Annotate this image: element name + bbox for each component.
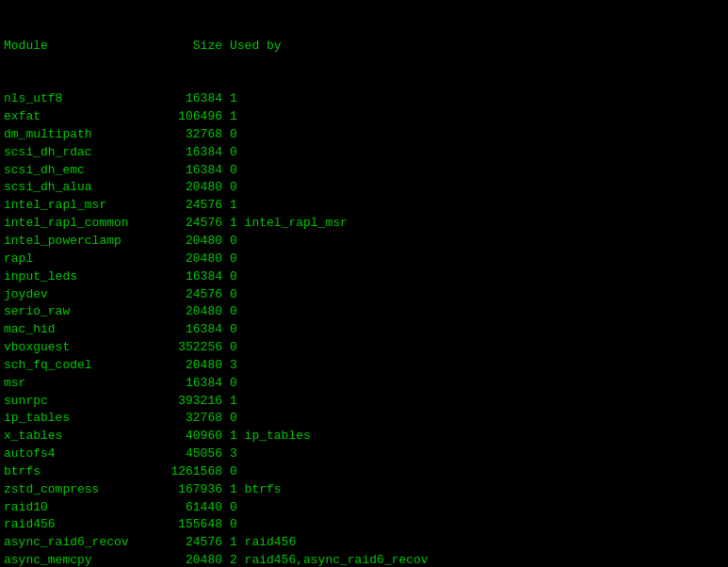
table-row: msr163840 (4, 375, 724, 393)
module-name: x_tables (4, 428, 154, 446)
module-name: input_leds (4, 268, 154, 286)
module-usedby: 1 (230, 108, 237, 126)
table-row: scsi_dh_rdac163840 (4, 144, 724, 162)
table-row: exfat1064961 (4, 108, 724, 126)
module-name: scsi_dh_emc (4, 162, 154, 180)
module-name: async_memcpy (4, 552, 154, 567)
table-row: x_tables409601 ip_tables (4, 428, 724, 446)
module-usedby: 0 (230, 179, 237, 197)
module-usedby: 0 (230, 499, 237, 517)
table-row: mac_hid163840 (4, 321, 724, 339)
module-size: 393216 (154, 393, 230, 411)
module-usedby: 1 intel_rapl_msr (230, 215, 348, 233)
table-row: input_leds163840 (4, 268, 724, 286)
module-size: 16384 (154, 268, 230, 286)
module-size: 16384 (154, 162, 230, 180)
module-name: raid10 (4, 499, 154, 517)
module-usedby: 0 (230, 463, 237, 481)
module-name: autofs4 (4, 446, 154, 463)
module-usedby: 1 raid456 (230, 534, 296, 552)
table-row: scsi_dh_emc163840 (4, 162, 724, 180)
module-size: 16384 (154, 90, 230, 108)
table-row: async_raid6_recov245761 raid456 (4, 534, 724, 552)
header-row: ModuleSizeUsed by (4, 38, 724, 56)
module-usedby: 2 raid456,async_raid6_recov (230, 552, 429, 567)
module-size: 24576 (154, 534, 230, 552)
module-name: intel_powerclamp (4, 233, 154, 251)
module-usedby: 1 ip_tables (230, 428, 311, 446)
module-usedby: 0 (230, 268, 237, 286)
module-name: exfat (4, 108, 154, 126)
module-name: scsi_dh_alua (4, 179, 154, 197)
module-name: serio_raw (4, 303, 154, 321)
module-usedby: 0 (230, 144, 237, 162)
module-name: intel_rapl_msr (4, 197, 154, 215)
module-size: 20480 (154, 179, 230, 197)
module-usedby: 0 (230, 233, 237, 251)
table-row: raid4561556480 (4, 516, 724, 534)
module-usedby: 1 (230, 197, 237, 215)
module-name: sunrpc (4, 393, 154, 411)
header-size: Size (154, 38, 230, 56)
module-usedby: 1 (230, 90, 237, 108)
module-size: 24576 (154, 286, 230, 304)
table-row: joydev245760 (4, 286, 724, 304)
module-name: msr (4, 375, 154, 393)
module-size: 352256 (154, 339, 230, 357)
module-size: 106496 (154, 108, 230, 126)
module-name: vboxguest (4, 339, 154, 357)
table-row: zstd_compress1679361 btrfs (4, 481, 724, 499)
module-size: 20480 (154, 233, 230, 251)
module-usedby: 0 (230, 162, 237, 180)
table-row: rapl204800 (4, 251, 724, 268)
module-size: 16384 (154, 321, 230, 339)
module-usedby: 0 (230, 321, 237, 339)
module-name: raid456 (4, 516, 154, 534)
table-row: dm_multipath327680 (4, 126, 724, 144)
module-usedby: 0 (230, 516, 237, 534)
table-row: async_memcpy204802 raid456,async_raid6_r… (4, 552, 724, 567)
header-module: Module (4, 38, 154, 56)
module-size: 24576 (154, 197, 230, 215)
module-usedby: 3 (230, 446, 237, 463)
module-usedby: 0 (230, 286, 237, 304)
table-row: nls_utf8163841 (4, 90, 724, 108)
module-name: joydev (4, 286, 154, 304)
table-row: intel_powerclamp204800 (4, 233, 724, 251)
module-size: 20480 (154, 552, 230, 567)
table-row: btrfs12615680 (4, 463, 724, 481)
module-name: async_raid6_recov (4, 534, 154, 552)
module-usedby: 0 (230, 375, 237, 393)
module-size: 20480 (154, 357, 230, 375)
module-size: 40960 (154, 428, 230, 446)
module-name: ip_tables (4, 410, 154, 428)
module-usedby: 0 (230, 126, 237, 144)
table-row: ip_tables327680 (4, 410, 724, 428)
table-row: serio_raw204800 (4, 303, 724, 321)
module-size: 20480 (154, 251, 230, 268)
module-usedby: 1 (230, 393, 237, 411)
module-name: rapl (4, 251, 154, 268)
module-name: sch_fq_codel (4, 357, 154, 375)
module-size: 1261568 (154, 463, 230, 481)
module-usedby: 0 (230, 303, 237, 321)
table-row: scsi_dh_alua204800 (4, 179, 724, 197)
module-name: intel_rapl_common (4, 215, 154, 233)
table-row: intel_rapl_msr245761 (4, 197, 724, 215)
module-name: dm_multipath (4, 126, 154, 144)
module-size: 24576 (154, 215, 230, 233)
table-row: autofs4450563 (4, 446, 724, 463)
module-usedby: 0 (230, 410, 237, 428)
module-name: btrfs (4, 463, 154, 481)
module-size: 20480 (154, 303, 230, 321)
module-name: scsi_dh_rdac (4, 144, 154, 162)
module-list: nls_utf8163841exfat1064961dm_multipath32… (4, 90, 724, 567)
module-size: 16384 (154, 375, 230, 393)
module-size: 16384 (154, 144, 230, 162)
table-row: raid10614400 (4, 499, 724, 517)
module-usedby: 3 (230, 357, 237, 375)
module-usedby: 0 (230, 339, 237, 357)
module-name: nls_utf8 (4, 90, 154, 108)
module-size: 167936 (154, 481, 230, 499)
module-size: 155648 (154, 516, 230, 534)
